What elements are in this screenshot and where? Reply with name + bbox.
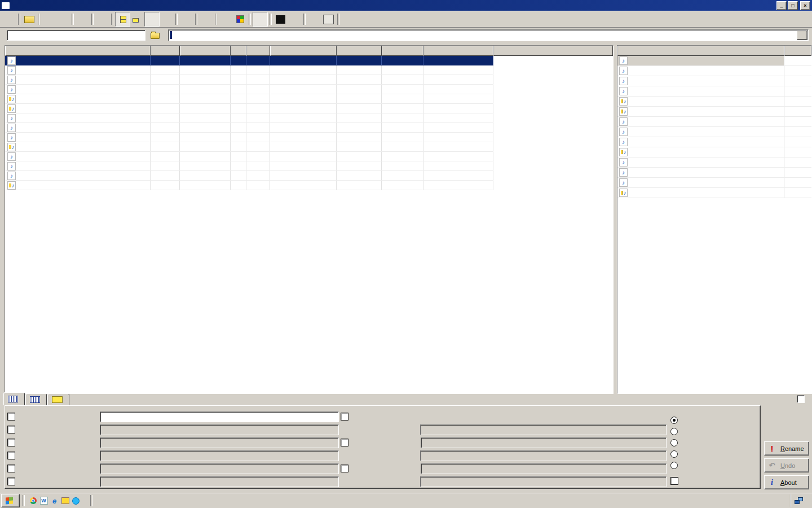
rename-exec-button[interactable] (288, 12, 302, 26)
radio-first-letter-up[interactable] (670, 450, 678, 458)
preview-item[interactable]: ♪ (617, 117, 811, 127)
preview-item[interactable]: ♪ (617, 97, 811, 107)
close-button[interactable]: × (800, 1, 810, 10)
log-file-button[interactable] (199, 12, 213, 26)
radio-no-case-changes[interactable] (670, 417, 678, 424)
case-option-only-first-letter-up[interactable] (670, 461, 681, 470)
preview-item[interactable]: ♪ (617, 188, 811, 198)
replace-the-text-checkbox[interactable] (7, 426, 15, 433)
remove-accents-option[interactable] (670, 476, 682, 485)
preview-item[interactable]: ♪ (617, 76, 811, 86)
case-option-no-case-changes[interactable] (670, 415, 681, 424)
radio-only-first-letter-up[interactable] (670, 462, 678, 469)
right-crop-n-chars-checkbox[interactable] (341, 439, 348, 446)
radio-uppercase[interactable] (670, 428, 678, 435)
replace-with-the-text-checkbox[interactable] (7, 413, 15, 421)
right-crop-n-chars-input[interactable] (421, 437, 667, 448)
replace-the-text-input[interactable] (100, 424, 339, 435)
colors-button[interactable] (233, 12, 247, 26)
table-row[interactable]: ♪ (5, 56, 613, 65)
ie-quicklaunch[interactable]: e (49, 496, 60, 506)
preview-header[interactable] (617, 46, 784, 56)
left-crop-n-chars-input[interactable] (100, 437, 339, 448)
the-next-n-chars-input[interactable] (420, 450, 667, 461)
table-row[interactable]: ♪ (5, 94, 613, 104)
undo-arrow-button[interactable] (307, 12, 321, 26)
preview-item[interactable]: ♪ (617, 168, 811, 178)
table-row[interactable]: ♪ (5, 85, 613, 94)
strip-button[interactable] (95, 12, 109, 26)
table-row[interactable]: ♪ (5, 142, 613, 152)
select-files-button[interactable] (130, 12, 144, 26)
remove-accents-checkbox[interactable] (670, 477, 678, 485)
case-option-first-letter-up[interactable] (670, 449, 681, 458)
column-header-type[interactable] (180, 46, 231, 56)
preview-item[interactable]: ♪ (617, 127, 811, 137)
preview-item[interactable]: ♪ (617, 107, 811, 117)
table-row[interactable]: ♪ (5, 133, 613, 142)
case-option-uppercase[interactable] (670, 427, 681, 436)
insert-before-the-filename-input[interactable] (100, 463, 339, 474)
case-option-lowercase[interactable] (670, 438, 681, 447)
column-header-modified[interactable] (382, 46, 423, 56)
preview-item[interactable]: ♪ (617, 157, 811, 168)
start-button[interactable] (1, 494, 20, 507)
msn-quicklaunch[interactable] (70, 496, 81, 506)
rename-button[interactable]: !Rename (764, 441, 809, 456)
column-header-at[interactable] (231, 46, 246, 56)
undo-bat-button[interactable] (321, 12, 336, 26)
help-button[interactable] (355, 12, 369, 26)
word-quicklaunch[interactable]: W (38, 496, 49, 506)
radio-lowercase[interactable] (670, 439, 678, 446)
table-row[interactable]: ♪ (5, 75, 613, 85)
minimize-button[interactable]: _ (776, 1, 787, 10)
details-view-button[interactable] (160, 12, 174, 26)
preview-item[interactable]: ♪ (617, 86, 811, 97)
table-row[interactable]: ♪ (5, 113, 613, 123)
log-edit-button[interactable] (341, 12, 355, 26)
forward-button[interactable] (56, 12, 70, 26)
match-case-in-searching-text-checkbox[interactable] (341, 413, 348, 421)
yellow-app-quicklaunch[interactable] (60, 496, 70, 506)
preview-item[interactable]: ♪ (617, 178, 811, 188)
column-header-created[interactable] (337, 46, 382, 56)
undo-button[interactable]: ↶Undo (764, 458, 809, 472)
with-this-new-text-input[interactable] (420, 424, 667, 435)
table-row[interactable]: ♪ (5, 171, 613, 181)
preview-item[interactable]: ♪ (617, 56, 811, 66)
insert-after-the-filename-input[interactable] (421, 463, 667, 474)
folders-view-button[interactable] (115, 12, 130, 27)
filemask-combo[interactable] (168, 29, 809, 41)
crop-at-position-checkbox[interactable] (7, 452, 15, 459)
preview-glasses-button[interactable] (253, 12, 268, 27)
table-row[interactable]: ♪ (5, 181, 613, 190)
about-button[interactable]: iAbout (764, 475, 809, 489)
table-row[interactable]: ♪ (5, 65, 613, 75)
crop-at-position-input[interactable] (100, 450, 339, 461)
column-header-size[interactable] (151, 46, 180, 56)
preview-item[interactable]: ♪ (617, 66, 811, 76)
replace-with-the-text-input[interactable] (100, 411, 339, 422)
pointer-doc-button[interactable] (219, 12, 233, 26)
table-row[interactable]: ♪ (5, 104, 613, 113)
insert-at-position-checkbox[interactable] (7, 478, 15, 485)
chrome-quicklaunch[interactable] (28, 496, 38, 506)
restore-button[interactable]: □ (788, 1, 798, 10)
insert-before-the-filename-checkbox[interactable] (7, 465, 15, 472)
insert-after-the-filename-checkbox[interactable] (341, 465, 348, 472)
left-crop-n-chars-checkbox[interactable] (7, 439, 15, 446)
the-next-text-input[interactable] (420, 476, 667, 487)
table-row[interactable]: ♪ (5, 161, 613, 171)
home-folder-button[interactable] (22, 12, 36, 26)
preview-item[interactable]: ♪ (617, 147, 811, 157)
column-header-accessed[interactable] (423, 46, 493, 56)
up-arrow-button[interactable] (2, 12, 16, 26)
preview-item[interactable]: ♪ (617, 137, 811, 147)
path-input[interactable] (7, 30, 145, 41)
back-button[interactable] (42, 12, 56, 26)
table-row[interactable]: ♪ (5, 152, 613, 161)
split-view-button[interactable] (144, 12, 160, 27)
column-header-path[interactable] (270, 46, 337, 56)
tab-ext[interactable] (25, 393, 47, 405)
refresh-button[interactable] (76, 12, 90, 26)
